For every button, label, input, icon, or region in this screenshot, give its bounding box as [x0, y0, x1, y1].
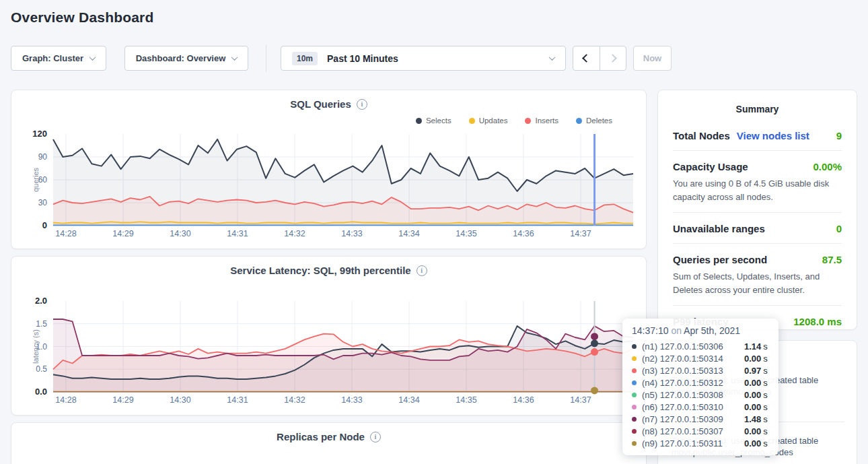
node-address: (n6) 127.0.0.1:50310 [642, 402, 744, 412]
node-latency-value: 1.14 [744, 341, 761, 352]
svg-text:14:32: 14:32 [284, 229, 305, 238]
svg-text:30: 30 [38, 198, 48, 207]
node-color-dot [632, 417, 637, 422]
tooltip-timestamp: 14:37:10 on Apr 5th, 2021 [632, 325, 769, 339]
graph-dropdown[interactable]: Graph: Cluster [11, 46, 106, 71]
node-latency-value: 0.97 [744, 366, 761, 376]
tooltip-node-row: (n4) 127.0.0.1:503120.00s [632, 376, 769, 389]
replicas-per-node-card: Replicas per Node i [11, 422, 647, 464]
tooltip-node-row: (n8) 127.0.0.1:503070.00s [632, 425, 769, 437]
svg-text:14:31: 14:31 [227, 229, 248, 238]
node-latency-unit: s [763, 341, 768, 352]
view-nodes-list-link[interactable]: View nodes list [737, 130, 809, 141]
node-latency-unit: s [763, 378, 768, 388]
node-latency-unit: s [763, 426, 768, 436]
tooltip-node-rows: (n1) 127.0.0.1:503061.14s(n2) 127.0.0.1:… [632, 340, 769, 449]
node-latency-unit: s [763, 354, 768, 364]
svg-text:14:30: 14:30 [170, 229, 190, 238]
service-latency-card: Service Latency: SQL, 99th percentile i … [11, 256, 647, 416]
overview-dashboard-page: { "page": { "title": "Overview Dashboard… [0, 0, 868, 464]
svg-text:14:33: 14:33 [341, 229, 362, 238]
summary-title: Summary [658, 90, 857, 114]
now-button[interactable]: Now [633, 46, 672, 71]
tooltip-node-row: (n1) 127.0.0.1:503061.14s [632, 340, 769, 352]
chevron-left-icon [582, 54, 591, 63]
graph-dropdown-label: Graph: Cluster [22, 53, 83, 63]
svg-text:14:36: 14:36 [513, 395, 534, 405]
replicas-per-node-title: Replicas per Node [277, 431, 365, 442]
page-title: Overview Dashboard [11, 9, 154, 26]
capacity-usage-label: Capacity Usage [673, 161, 748, 172]
svg-text:14:33: 14:33 [341, 395, 362, 405]
tooltip-node-row: (n7) 127.0.0.1:503091.48s [632, 413, 769, 425]
time-window-label: Past 10 Minutes [327, 53, 550, 64]
svg-text:14:35: 14:35 [456, 395, 476, 405]
time-forward-button[interactable] [600, 46, 626, 70]
summary-row-total-nodes: Total Nodes View nodes list 9 [673, 120, 842, 150]
capacity-usage-desc: You are using 0 B of 4.5 GiB usable disk… [673, 177, 842, 203]
summary-row-capacity: Capacity Usage 0.00% You are using 0 B o… [673, 150, 842, 212]
node-latency-unit: s [763, 366, 768, 376]
node-color-dot [632, 344, 637, 349]
info-icon[interactable]: i [370, 432, 381, 442]
svg-text:2.0: 2.0 [35, 296, 47, 306]
sql-queries-card: SQL Queries i SelectsUpdatesInsertsDelet… [11, 90, 647, 249]
chevron-down-icon [549, 54, 556, 61]
chevron-down-icon [231, 54, 238, 61]
node-address: (n2) 127.0.0.1:50314 [642, 354, 744, 364]
time-window-badge: 10m [292, 52, 318, 65]
svg-text:queries: queries [32, 167, 40, 192]
svg-text:14:32: 14:32 [284, 395, 305, 405]
dashboard-dropdown[interactable]: Dashboard: Overview [124, 46, 248, 71]
tooltip-node-row: (n3) 127.0.0.1:503130.97s [632, 364, 769, 376]
qps-value: 87.5 [822, 254, 842, 265]
controls-divider [266, 44, 266, 71]
node-latency-value: 0.00 [744, 354, 761, 364]
node-latency-value: 0.00 [744, 426, 761, 436]
svg-text:14:37: 14:37 [570, 229, 591, 238]
svg-text:14:29: 14:29 [112, 395, 133, 405]
node-color-dot [632, 380, 637, 385]
node-latency-value: 0.00 [744, 438, 761, 449]
svg-text:1.5: 1.5 [36, 319, 47, 329]
svg-text:14:34: 14:34 [398, 229, 419, 238]
time-nav-group [573, 46, 626, 71]
node-color-dot [632, 356, 637, 361]
node-latency-value: 0.00 [744, 402, 761, 412]
svg-text:14:28: 14:28 [55, 229, 76, 238]
svg-text:14:31: 14:31 [227, 395, 248, 405]
node-address: (n9) 127.0.0.1:50311 [642, 438, 744, 449]
node-address: (n3) 127.0.0.1:50313 [642, 366, 744, 376]
capacity-usage-value: 0.00% [813, 161, 842, 172]
chevron-down-icon [89, 54, 96, 61]
svg-text:14:37: 14:37 [570, 395, 591, 405]
tooltip-node-row: (n5) 127.0.0.1:503080.00s [632, 389, 769, 401]
node-latency-value: 0.00 [744, 390, 761, 400]
node-address: (n7) 127.0.0.1:50309 [642, 414, 744, 424]
node-latency-unit: s [763, 402, 768, 412]
time-back-button[interactable] [573, 46, 600, 70]
svg-text:14:36: 14:36 [513, 229, 534, 238]
svg-text:latency (s): latency (s) [32, 329, 40, 364]
summary-row-qps: Queries per second 87.5 Sum of Selects, … [673, 243, 842, 305]
p99-latency-value: 1208.0 ms [793, 316, 842, 327]
chart-hover-tooltip: 14:37:10 on Apr 5th, 2021 (n1) 127.0.0.1… [622, 319, 779, 455]
qps-label: Queries per second [673, 254, 767, 265]
total-nodes-value: 9 [836, 130, 842, 141]
node-address: (n4) 127.0.0.1:50312 [642, 378, 744, 388]
total-nodes-label: Total Nodes [673, 130, 730, 141]
node-latency-unit: s [763, 390, 768, 400]
svg-text:0.5: 0.5 [36, 364, 47, 374]
node-color-dot [632, 405, 637, 409]
unavailable-ranges-label: Unavailable ranges [673, 223, 765, 234]
svg-text:14:29: 14:29 [112, 229, 133, 238]
node-latency-unit: s [763, 438, 768, 449]
svg-text:14:28: 14:28 [55, 395, 76, 405]
svg-text:14:34: 14:34 [398, 395, 419, 405]
qps-desc: Sum of Selects, Updates, Inserts, and De… [673, 270, 842, 296]
svg-text:0: 0 [42, 220, 47, 230]
node-color-dot [632, 441, 637, 446]
node-latency-unit: s [763, 414, 768, 424]
time-range-dropdown[interactable]: 10m Past 10 Minutes [281, 46, 566, 71]
dashboard-dropdown-label: Dashboard: Overview [136, 53, 226, 63]
